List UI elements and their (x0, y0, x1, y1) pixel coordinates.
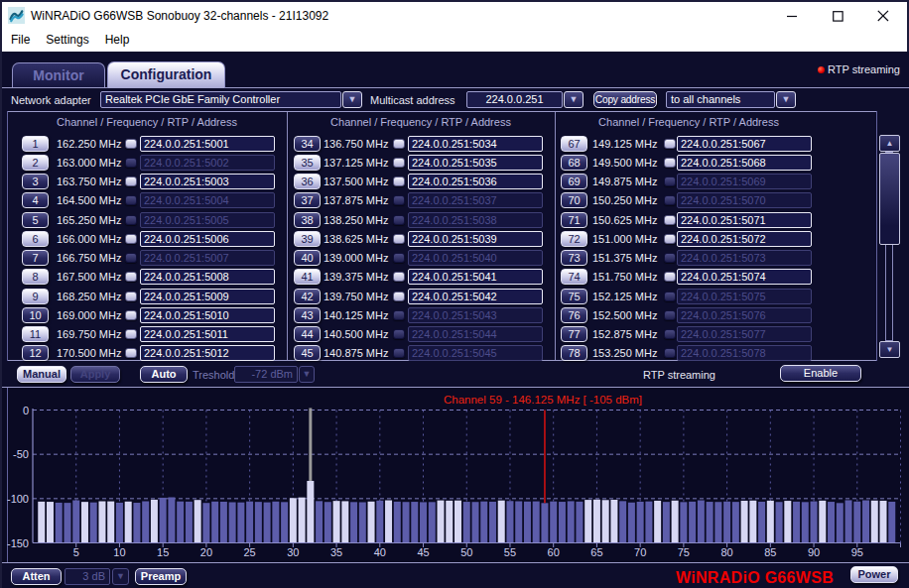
copy-address-button[interactable]: Copy address (593, 91, 657, 108)
rtp-address-input[interactable]: 224.0.0.251:5076 (677, 307, 812, 323)
channel-button[interactable]: 6 (22, 231, 49, 247)
rtp-address-input[interactable]: 224.0.0.251:5040 (408, 250, 543, 266)
channel-button[interactable]: 2 (22, 155, 49, 171)
power-button[interactable]: Power (850, 566, 898, 583)
threshold-dropdown-button[interactable]: ▼ (299, 366, 315, 383)
channel-button[interactable]: 42 (294, 289, 321, 304)
scrollbar-thumb[interactable] (879, 153, 900, 245)
threshold-combo[interactable]: -72 dBm (234, 366, 298, 383)
rtp-checkbox[interactable] (664, 176, 676, 186)
rtp-address-input[interactable]: 224.0.0.251:5077 (677, 326, 812, 342)
channel-button[interactable]: 36 (294, 174, 321, 189)
rtp-checkbox[interactable] (393, 310, 405, 320)
copy-scope-combo[interactable]: to all channels (666, 91, 775, 108)
rtp-checkbox[interactable] (393, 348, 405, 358)
channel-button[interactable]: 10 (22, 307, 49, 323)
rtp-checkbox[interactable] (125, 310, 137, 320)
menu-settings[interactable]: Settings (38, 33, 96, 47)
channel-button[interactable]: 9 (22, 289, 49, 304)
channel-button[interactable]: 67 (561, 136, 587, 152)
rtp-checkbox[interactable] (125, 348, 137, 358)
channel-button[interactable]: 45 (294, 345, 321, 361)
rtp-address-input[interactable]: 224.0.0.251:5037 (408, 192, 543, 208)
channel-button[interactable]: 5 (22, 212, 49, 228)
rtp-checkbox[interactable] (664, 292, 676, 301)
rtp-checkbox[interactable] (664, 329, 676, 339)
channel-button[interactable]: 3 (22, 174, 49, 189)
rtp-address-input[interactable]: 224.0.0.251:5010 (140, 307, 275, 323)
network-adapter-combo[interactable]: Realtek PCIe GbE Family Controller (100, 91, 341, 108)
rtp-checkbox[interactable] (664, 348, 676, 358)
rtp-checkbox[interactable] (125, 329, 137, 339)
rtp-address-input[interactable]: 224.0.0.251:5002 (140, 155, 275, 171)
maximize-button[interactable] (816, 2, 860, 30)
rtp-checkbox[interactable] (664, 215, 676, 225)
rtp-address-input[interactable]: 224.0.0.251:5038 (408, 212, 543, 228)
rtp-checkbox[interactable] (125, 272, 137, 282)
rtp-address-input[interactable]: 224.0.0.251:5041 (408, 269, 543, 285)
rtp-address-input[interactable]: 224.0.0.251:5006 (140, 231, 275, 247)
rtp-address-input[interactable]: 224.0.0.251:5068 (677, 155, 812, 171)
auto-button[interactable]: Auto (140, 366, 188, 383)
channel-button[interactable]: 37 (294, 192, 321, 208)
rtp-checkbox[interactable] (664, 253, 676, 263)
channel-button[interactable]: 68 (561, 155, 587, 171)
rtp-address-input[interactable]: 224.0.0.251:5073 (677, 250, 812, 266)
rtp-checkbox[interactable] (393, 234, 405, 244)
rtp-checkbox[interactable] (125, 253, 137, 263)
rtp-address-input[interactable]: 224.0.0.251:5039 (408, 231, 543, 247)
rtp-checkbox[interactable] (125, 139, 137, 149)
channel-button[interactable]: 70 (561, 192, 587, 208)
channel-button[interactable]: 76 (561, 307, 587, 323)
rtp-checkbox[interactable] (393, 272, 405, 282)
rtp-checkbox[interactable] (393, 195, 405, 205)
tab-monitor[interactable]: Monitor (12, 62, 105, 87)
rtp-checkbox[interactable] (393, 215, 405, 225)
scroll-down-button[interactable]: ▼ (879, 341, 900, 358)
rtp-checkbox[interactable] (125, 195, 137, 205)
close-button[interactable] (860, 2, 905, 30)
atten-button[interactable]: Atten (11, 568, 62, 585)
rtp-checkbox[interactable] (125, 215, 137, 225)
rtp-checkbox[interactable] (664, 272, 676, 282)
channel-button[interactable]: 69 (561, 174, 587, 189)
rtp-address-input[interactable]: 224.0.0.251:5034 (408, 136, 543, 152)
rtp-address-input[interactable]: 224.0.0.251:5011 (140, 326, 275, 342)
rtp-address-input[interactable]: 224.0.0.251:5012 (140, 345, 275, 361)
channel-button[interactable]: 75 (561, 289, 587, 304)
network-adapter-dropdown-button[interactable]: ▼ (342, 91, 362, 108)
rtp-checkbox[interactable] (125, 292, 137, 301)
channel-button[interactable]: 34 (294, 136, 321, 152)
channel-button[interactable]: 78 (561, 345, 587, 361)
rtp-address-input[interactable]: 224.0.0.251:5007 (140, 250, 275, 266)
rtp-address-input[interactable]: 224.0.0.251:5071 (677, 212, 812, 228)
rtp-checkbox[interactable] (125, 234, 137, 244)
channel-button[interactable]: 11 (22, 326, 49, 342)
channel-button[interactable]: 43 (294, 307, 321, 323)
rtp-address-input[interactable]: 224.0.0.251:5035 (408, 155, 543, 171)
copy-scope-dropdown-button[interactable]: ▼ (776, 91, 796, 108)
channel-button[interactable]: 44 (294, 326, 321, 342)
rtp-address-input[interactable]: 224.0.0.251:5074 (677, 269, 812, 285)
apply-button[interactable]: Apply (70, 366, 120, 383)
rtp-address-input[interactable]: 224.0.0.251:5043 (408, 307, 543, 323)
channel-button[interactable]: 41 (294, 269, 321, 285)
rtp-checkbox[interactable] (664, 139, 676, 149)
channel-button[interactable]: 8 (22, 269, 49, 285)
preamp-button[interactable]: Preamp (135, 568, 187, 585)
rtp-address-input[interactable]: 224.0.0.251:5044 (408, 326, 543, 342)
rtp-address-input[interactable]: 224.0.0.251:5078 (677, 345, 812, 361)
rtp-address-input[interactable]: 224.0.0.251:5075 (677, 289, 812, 304)
multicast-address-dropdown-button[interactable]: ▼ (564, 91, 584, 108)
menu-help[interactable]: Help (97, 33, 138, 47)
atten-value-combo[interactable]: 3 dB (65, 568, 110, 585)
rtp-address-input[interactable]: 224.0.0.251:5001 (140, 136, 275, 152)
rtp-checkbox[interactable] (664, 195, 676, 205)
channel-button[interactable]: 12 (22, 345, 49, 361)
rtp-checkbox[interactable] (393, 253, 405, 263)
channel-button[interactable]: 72 (561, 231, 587, 247)
menu-file[interactable]: File (2, 33, 38, 47)
rtp-checkbox[interactable] (393, 158, 405, 168)
channel-button[interactable]: 35 (294, 155, 321, 171)
rtp-address-input[interactable]: 224.0.0.251:5042 (408, 289, 543, 304)
